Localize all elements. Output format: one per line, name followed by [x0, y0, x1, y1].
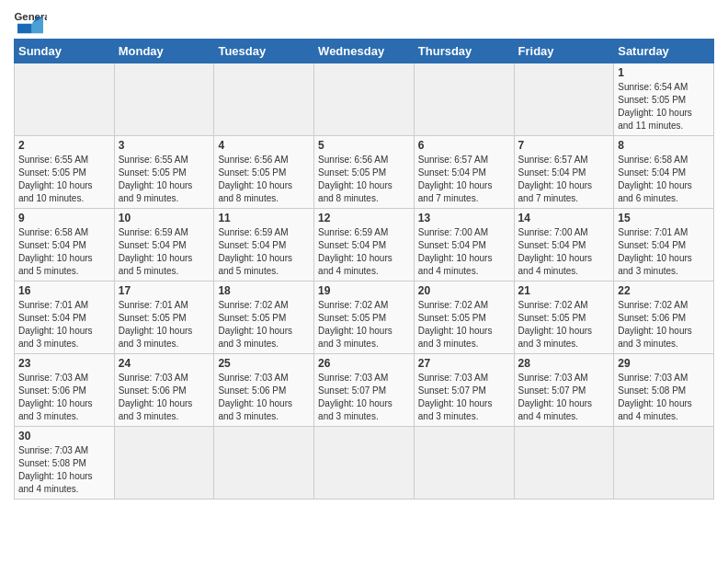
calendar-cell: 21Sunrise: 7:02 AM Sunset: 5:05 PM Dayli…: [514, 282, 614, 354]
week-row-2: 9Sunrise: 6:58 AM Sunset: 5:04 PM Daylig…: [15, 209, 714, 282]
day-header-saturday: Saturday: [614, 40, 714, 63]
calendar-cell: 2Sunrise: 6:55 AM Sunset: 5:05 PM Daylig…: [15, 136, 115, 209]
day-number: 27: [418, 357, 510, 370]
calendar-cell: 26Sunrise: 7:03 AM Sunset: 5:07 PM Dayli…: [314, 354, 415, 427]
calendar-cell: 15Sunrise: 7:01 AM Sunset: 5:04 PM Dayli…: [614, 209, 714, 282]
calendar-cell: [514, 63, 614, 136]
calendar-cell: 9Sunrise: 6:58 AM Sunset: 5:04 PM Daylig…: [15, 209, 115, 282]
calendar-cell: 20Sunrise: 7:02 AM Sunset: 5:05 PM Dayli…: [414, 282, 514, 354]
day-info: Sunrise: 7:02 AM Sunset: 5:05 PM Dayligh…: [518, 299, 610, 350]
page-header: General: [14, 9, 714, 35]
week-row-3: 16Sunrise: 7:01 AM Sunset: 5:04 PM Dayli…: [15, 282, 714, 354]
day-info: Sunrise: 7:01 AM Sunset: 5:04 PM Dayligh…: [18, 299, 110, 350]
day-number: 28: [518, 357, 610, 370]
calendar-cell: 25Sunrise: 7:03 AM Sunset: 5:06 PM Dayli…: [214, 354, 314, 427]
calendar-cell: 19Sunrise: 7:02 AM Sunset: 5:05 PM Dayli…: [314, 282, 415, 354]
day-header-monday: Monday: [114, 40, 214, 63]
day-info: Sunrise: 7:03 AM Sunset: 5:08 PM Dayligh…: [18, 444, 110, 496]
day-info: Sunrise: 7:00 AM Sunset: 5:04 PM Dayligh…: [518, 226, 610, 278]
day-number: 20: [418, 284, 510, 297]
day-info: Sunrise: 7:02 AM Sunset: 5:05 PM Dayligh…: [318, 299, 410, 350]
calendar-cell: [314, 427, 415, 500]
day-number: 13: [418, 212, 510, 224]
svg-marker-1: [17, 24, 32, 34]
day-info: Sunrise: 7:03 AM Sunset: 5:07 PM Dayligh…: [418, 372, 510, 423]
day-number: 15: [618, 212, 710, 224]
day-info: Sunrise: 7:03 AM Sunset: 5:08 PM Dayligh…: [618, 372, 710, 423]
day-number: 26: [318, 357, 410, 370]
calendar-cell: [414, 63, 514, 136]
calendar-cell: [314, 63, 415, 136]
calendar-cell: [214, 427, 314, 500]
calendar-cell: 13Sunrise: 7:00 AM Sunset: 5:04 PM Dayli…: [414, 209, 514, 282]
day-info: Sunrise: 6:59 AM Sunset: 5:04 PM Dayligh…: [218, 226, 310, 278]
day-info: Sunrise: 7:02 AM Sunset: 5:05 PM Dayligh…: [218, 299, 310, 350]
general-blue-logo-icon: General: [14, 9, 47, 35]
week-row-0: 1Sunrise: 6:54 AM Sunset: 5:05 PM Daylig…: [15, 63, 714, 136]
day-info: Sunrise: 6:57 AM Sunset: 5:04 PM Dayligh…: [518, 154, 610, 205]
day-header-wednesday: Wednesday: [314, 40, 415, 63]
calendar-cell: [614, 427, 714, 500]
day-number: 8: [618, 139, 710, 152]
calendar-cell: [214, 63, 314, 136]
day-info: Sunrise: 6:56 AM Sunset: 5:05 PM Dayligh…: [318, 154, 410, 205]
day-number: 16: [18, 284, 110, 297]
calendar-cell: [514, 427, 614, 500]
day-info: Sunrise: 6:57 AM Sunset: 5:04 PM Dayligh…: [418, 154, 510, 205]
day-info: Sunrise: 6:56 AM Sunset: 5:05 PM Dayligh…: [218, 154, 310, 205]
day-info: Sunrise: 6:59 AM Sunset: 5:04 PM Dayligh…: [318, 226, 410, 278]
calendar-cell: 8Sunrise: 6:58 AM Sunset: 5:04 PM Daylig…: [614, 136, 714, 209]
day-info: Sunrise: 7:02 AM Sunset: 5:05 PM Dayligh…: [418, 299, 510, 350]
day-info: Sunrise: 7:01 AM Sunset: 5:05 PM Dayligh…: [119, 299, 210, 350]
calendar-cell: 11Sunrise: 6:59 AM Sunset: 5:04 PM Dayli…: [214, 209, 314, 282]
day-number: 29: [618, 357, 710, 370]
calendar-cell: 24Sunrise: 7:03 AM Sunset: 5:06 PM Dayli…: [114, 354, 214, 427]
calendar-cell: 6Sunrise: 6:57 AM Sunset: 5:04 PM Daylig…: [414, 136, 514, 209]
day-header-thursday: Thursday: [414, 40, 514, 63]
day-number: 22: [618, 284, 710, 297]
day-info: Sunrise: 7:03 AM Sunset: 5:06 PM Dayligh…: [119, 372, 210, 423]
day-header-friday: Friday: [514, 40, 614, 63]
day-header-tuesday: Tuesday: [214, 40, 314, 63]
calendar-cell: 16Sunrise: 7:01 AM Sunset: 5:04 PM Dayli…: [15, 282, 115, 354]
day-info: Sunrise: 7:01 AM Sunset: 5:04 PM Dayligh…: [618, 226, 710, 278]
calendar-cell: 28Sunrise: 7:03 AM Sunset: 5:07 PM Dayli…: [514, 354, 614, 427]
calendar-cell: 4Sunrise: 6:56 AM Sunset: 5:05 PM Daylig…: [214, 136, 314, 209]
calendar-cell: [114, 427, 214, 500]
day-number: 6: [418, 139, 510, 152]
day-of-week-header: SundayMondayTuesdayWednesdayThursdayFrid…: [15, 40, 714, 63]
week-row-5: 30Sunrise: 7:03 AM Sunset: 5:08 PM Dayli…: [15, 427, 714, 500]
calendar-cell: 27Sunrise: 7:03 AM Sunset: 5:07 PM Dayli…: [414, 354, 514, 427]
day-number: 4: [218, 139, 310, 152]
calendar-cell: 5Sunrise: 6:56 AM Sunset: 5:05 PM Daylig…: [314, 136, 415, 209]
day-info: Sunrise: 6:54 AM Sunset: 5:05 PM Dayligh…: [618, 81, 710, 132]
calendar-cell: 23Sunrise: 7:03 AM Sunset: 5:06 PM Dayli…: [15, 354, 115, 427]
day-number: 10: [119, 212, 210, 224]
calendar-cell: 22Sunrise: 7:02 AM Sunset: 5:06 PM Dayli…: [614, 282, 714, 354]
day-number: 30: [18, 430, 110, 442]
day-number: 19: [318, 284, 410, 297]
day-info: Sunrise: 6:59 AM Sunset: 5:04 PM Dayligh…: [119, 226, 210, 278]
day-number: 17: [119, 284, 210, 297]
calendar-cell: 18Sunrise: 7:02 AM Sunset: 5:05 PM Dayli…: [214, 282, 314, 354]
day-number: 18: [218, 284, 310, 297]
day-number: 7: [518, 139, 610, 152]
day-number: 9: [18, 212, 110, 224]
day-number: 5: [318, 139, 410, 152]
calendar-body: 1Sunrise: 6:54 AM Sunset: 5:05 PM Daylig…: [15, 63, 714, 500]
calendar-cell: 30Sunrise: 7:03 AM Sunset: 5:08 PM Dayli…: [15, 427, 115, 500]
day-info: Sunrise: 7:02 AM Sunset: 5:06 PM Dayligh…: [618, 299, 710, 350]
calendar-cell: 17Sunrise: 7:01 AM Sunset: 5:05 PM Dayli…: [114, 282, 214, 354]
day-number: 3: [119, 139, 210, 152]
calendar-cell: [414, 427, 514, 500]
day-info: Sunrise: 6:58 AM Sunset: 5:04 PM Dayligh…: [618, 154, 710, 205]
calendar-cell: 1Sunrise: 6:54 AM Sunset: 5:05 PM Daylig…: [614, 63, 714, 136]
day-info: Sunrise: 7:03 AM Sunset: 5:06 PM Dayligh…: [18, 372, 110, 423]
calendar-cell: [114, 63, 214, 136]
day-number: 14: [518, 212, 610, 224]
day-number: 12: [318, 212, 410, 224]
day-info: Sunrise: 6:58 AM Sunset: 5:04 PM Dayligh…: [18, 226, 110, 278]
calendar-cell: 14Sunrise: 7:00 AM Sunset: 5:04 PM Dayli…: [514, 209, 614, 282]
week-row-4: 23Sunrise: 7:03 AM Sunset: 5:06 PM Dayli…: [15, 354, 714, 427]
calendar-cell: 7Sunrise: 6:57 AM Sunset: 5:04 PM Daylig…: [514, 136, 614, 209]
